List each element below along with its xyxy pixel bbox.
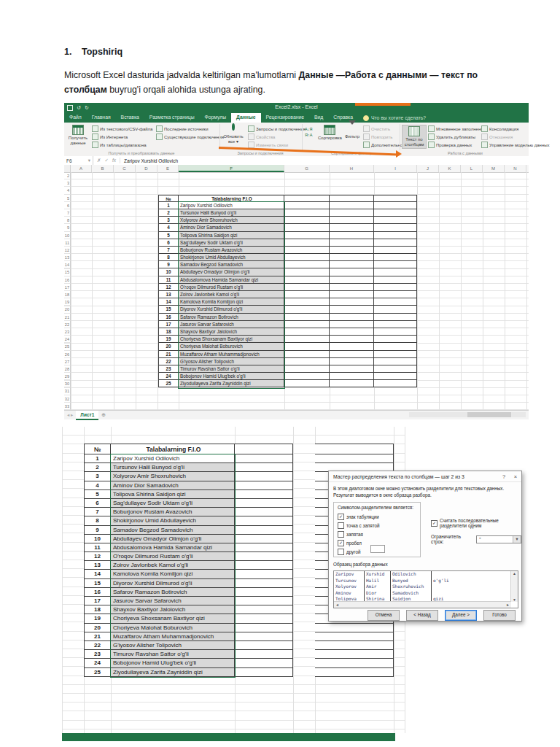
row-header-14[interactable]: 14 [64, 261, 71, 268]
row-header-22[interactable]: 22 [64, 321, 71, 328]
cell-empty[interactable] [330, 321, 374, 328]
cell-empty[interactable] [374, 202, 417, 209]
row-header-24[interactable]: 24 [64, 336, 71, 343]
cell-name[interactable]: Boburjonov Rustam Avazovich [111, 508, 235, 516]
gap-cell[interactable] [293, 454, 315, 463]
table-row[interactable]: 24 Bobojonov Hamid Ulug'bek o'g'li [84, 659, 394, 667]
table-row[interactable]: 6 Sag'dullayev Sodir Uktam o'g'li [158, 239, 417, 247]
cell-empty[interactable] [330, 298, 374, 306]
gap-cell[interactable] [293, 526, 315, 535]
cell-empty[interactable] [315, 668, 394, 677]
cell-name[interactable]: Kamolova Komila Komiljon qizi [111, 570, 235, 578]
cell-name[interactable]: Bobojonov Hamid Ulug'bek o'g'li [111, 659, 235, 667]
cell-empty[interactable] [330, 239, 374, 247]
cell-name[interactable]: Abdusalomova Hamida Samandar qizi [179, 276, 284, 284]
cell-number[interactable]: 13 [158, 291, 179, 298]
delimiter-checkbox-row[interactable]: запятая [338, 530, 420, 538]
tab-insert[interactable]: Вставка [116, 113, 144, 123]
flash-fill-button[interactable]: Мгновенное заполнение [428, 125, 486, 132]
cell-name[interactable]: Boburjonov Rustam Avazovich [179, 247, 284, 254]
filter-button[interactable]: Фильтр [343, 125, 362, 139]
gap-cell[interactable] [293, 641, 315, 650]
add-sheet-icon[interactable]: ⊕ [101, 412, 106, 418]
column-header-M[interactable]: M [483, 165, 505, 172]
row-header-20[interactable]: 20 [64, 306, 71, 313]
cell-number[interactable]: 8 [158, 254, 179, 261]
cell-name[interactable]: Aminov Dior Samadovich [111, 481, 235, 490]
cell-empty[interactable] [315, 632, 394, 641]
cell-empty[interactable] [374, 306, 417, 313]
queries-connections-button[interactable]: Запросы и подключения [248, 125, 306, 132]
enter-icon[interactable]: ✓ [104, 158, 108, 163]
row-header-33[interactable]: 33 [64, 403, 71, 410]
cell-name[interactable]: Muzaffarov Atham Muhammadjonovich [179, 351, 284, 358]
cell-empty[interactable] [235, 570, 293, 578]
tab-review[interactable]: Рецензирование [261, 113, 309, 123]
cell-empty[interactable] [284, 343, 330, 350]
cell-number[interactable]: 25 [84, 668, 111, 677]
checkbox-icon[interactable] [338, 549, 344, 555]
column-header-K[interactable]: K [439, 165, 461, 172]
cell-empty[interactable] [235, 526, 293, 535]
table-row[interactable]: 10 Abdullayev Omadyor Olimjon o'g'li [158, 268, 417, 276]
empty-header-cell[interactable] [235, 444, 293, 454]
row-header-6[interactable]: 6 [64, 202, 71, 209]
cell-empty[interactable] [374, 336, 417, 343]
cell-name[interactable]: Sag'dullayev Sodir Uktam o'g'li [179, 239, 284, 247]
cell-name[interactable]: Diyorov Xurshid Dilmurod o'g'li [179, 306, 284, 313]
cell-empty[interactable] [330, 232, 374, 239]
cell-number[interactable]: 18 [84, 605, 111, 614]
cell-name[interactable]: Aminov Dior Samadovich [179, 224, 284, 231]
cell-empty[interactable] [284, 254, 330, 261]
cell-empty[interactable] [235, 472, 293, 481]
cell-empty[interactable] [374, 358, 417, 365]
cell-empty[interactable] [330, 247, 374, 254]
cell-empty[interactable] [374, 298, 417, 306]
cell-empty[interactable] [235, 641, 293, 650]
cell-name[interactable]: O'roqov Dilmurod Rustam o'g'li [111, 552, 235, 561]
cell-number[interactable]: 11 [158, 276, 179, 284]
cell-name[interactable]: Ziyodullayeva Zarifa Zayniddin qizi [179, 380, 284, 387]
row-header-31[interactable]: 31 [64, 387, 71, 395]
cell-name[interactable]: Choriyeva Malohat Boburovich [179, 343, 284, 350]
cell-empty[interactable] [315, 659, 394, 667]
table-row[interactable]: 5 Tolipova Shirina Saidjon qizi [158, 232, 417, 239]
cell-number[interactable]: 7 [158, 247, 179, 254]
cell-number[interactable]: 19 [84, 614, 111, 623]
cell-empty[interactable] [315, 454, 394, 463]
cell-name[interactable]: Sag'dullayev Sodir Uktam o'g'li [111, 499, 235, 508]
cell-empty[interactable] [330, 306, 374, 313]
cell-name[interactable]: Tolipova Shirina Saidjon qizi [111, 490, 235, 499]
table-row[interactable]: 17 Jasurov Sarvar Safarovich [158, 321, 417, 328]
finish-button[interactable]: Готово [483, 610, 516, 621]
cell-name[interactable]: Safarov Ramazon Botirovich [111, 588, 235, 597]
row-header-17[interactable]: 17 [64, 284, 71, 291]
column-header-F[interactable]: F [179, 165, 284, 172]
row-header-28[interactable]: 28 [64, 365, 71, 373]
gap-cell[interactable] [293, 650, 315, 659]
cell-name[interactable]: Jasurov Sarvar Safarovich [179, 321, 284, 328]
checkbox-icon[interactable] [338, 531, 344, 538]
cell-number[interactable]: 24 [158, 373, 179, 380]
cell-empty[interactable] [235, 614, 293, 623]
get-data-button[interactable]: Получить данные [66, 125, 90, 146]
gap-cell[interactable] [293, 444, 315, 454]
combo-dropdown-icon[interactable]: ▼ [513, 536, 521, 543]
cell-empty[interactable] [374, 254, 417, 261]
cell-empty[interactable] [330, 343, 374, 350]
gap-cell[interactable] [293, 570, 315, 578]
gap-cell[interactable] [293, 516, 315, 525]
cell-empty[interactable] [284, 202, 330, 209]
column-header-H[interactable]: H [330, 165, 374, 172]
row-header-8[interactable]: 8 [64, 217, 71, 224]
cell-name[interactable]: Abdusalomova Hamida Samandar qizi [111, 543, 235, 552]
cell-empty[interactable] [330, 358, 374, 365]
cell-number[interactable]: 22 [84, 641, 111, 650]
cell-empty[interactable] [330, 276, 374, 284]
column-header-C[interactable]: C [114, 165, 136, 172]
table-row[interactable]: 3 Xolyorov Amir Shoxruhovich [158, 217, 417, 224]
sort-za-icon[interactable]: Я↑А [305, 133, 312, 137]
checkbox-icon[interactable]: ✓ [338, 540, 344, 546]
gap-cell[interactable] [293, 463, 315, 472]
existing-connections-button[interactable]: Существующие подключения [156, 133, 224, 140]
